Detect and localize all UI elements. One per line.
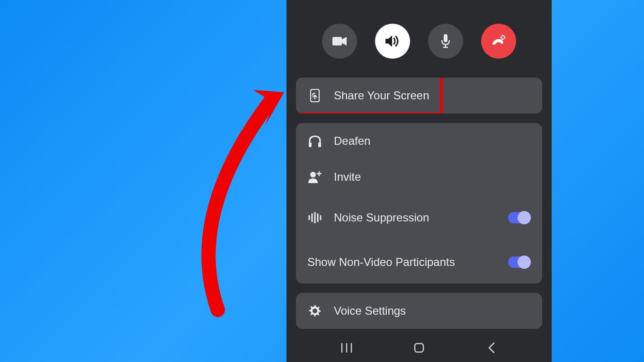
call-controls-bar — [286, 0, 552, 73]
invite-row[interactable]: Invite — [296, 159, 542, 195]
video-button[interactable] — [322, 24, 357, 59]
hangup-icon — [491, 34, 506, 49]
svg-rect-0 — [332, 37, 342, 45]
recents-button[interactable] — [332, 338, 361, 357]
soundwave-icon — [307, 210, 322, 225]
svg-rect-18 — [415, 344, 423, 352]
headphones-icon — [307, 133, 322, 149]
svg-rect-7 — [318, 142, 321, 147]
back-button[interactable] — [477, 338, 506, 357]
nonvideo-row[interactable]: Show Non-Video Participants — [296, 240, 542, 283]
svg-point-8 — [310, 172, 316, 177]
invite-icon — [307, 169, 322, 185]
android-nav-bar — [286, 334, 552, 362]
deafen-row[interactable]: Deafen — [296, 123, 542, 159]
deafen-label: Deafen — [334, 134, 531, 148]
noise-suppression-row[interactable]: Noise Suppression — [296, 195, 542, 240]
svg-point-14 — [313, 309, 317, 313]
invite-label: Invite — [334, 170, 531, 184]
nonvideo-toggle[interactable] — [508, 256, 531, 268]
hangup-button[interactable] — [481, 24, 516, 59]
speaker-button[interactable] — [375, 24, 410, 59]
mic-button[interactable] — [428, 24, 463, 59]
speaker-icon — [385, 34, 400, 49]
voice-settings-row[interactable]: Voice Settings — [296, 293, 542, 329]
share-screen-panel: Share Your Screen — [296, 78, 542, 114]
share-screen-label: Share Your Screen — [334, 89, 531, 102]
gear-icon — [307, 303, 322, 318]
svg-rect-6 — [309, 142, 312, 147]
svg-rect-1 — [444, 34, 447, 42]
audio-options-panel: Deafen Invite Noise Suppression Show Non… — [296, 123, 542, 283]
nonvideo-label: Show Non-Video Participants — [307, 256, 497, 269]
voice-settings-panel: Voice Settings — [296, 293, 542, 329]
camera-icon — [332, 34, 347, 49]
share-screen-row[interactable]: Share Your Screen — [296, 78, 542, 114]
noise-label: Noise Suppression — [334, 211, 497, 224]
share-screen-icon — [307, 88, 322, 103]
microphone-icon — [438, 34, 453, 49]
voice-settings-label: Voice Settings — [334, 304, 531, 318]
home-button[interactable] — [405, 338, 433, 357]
phone-screen: Share Your Screen Deafen Invite Noise Su… — [286, 0, 552, 362]
noise-toggle[interactable] — [508, 212, 531, 223]
